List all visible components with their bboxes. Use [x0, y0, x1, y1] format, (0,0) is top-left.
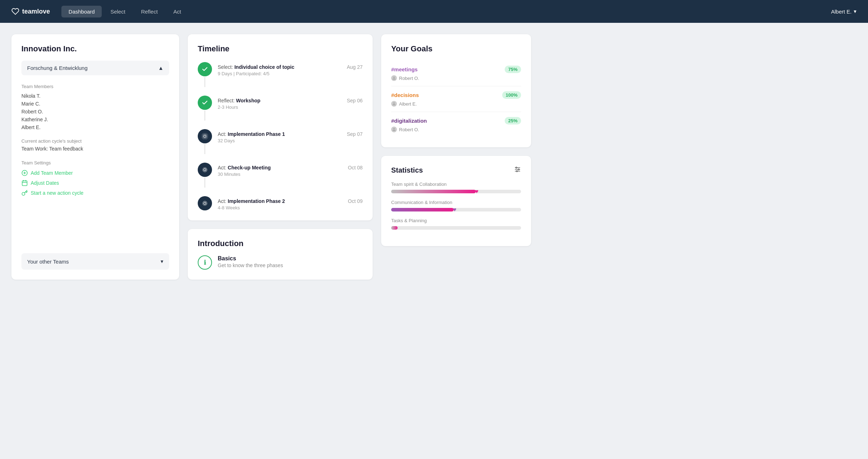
timeline-sub: 9 Days | Participated: 4/5	[218, 71, 363, 76]
filter-icon[interactable]	[514, 166, 521, 174]
heart-marker: ♥	[475, 188, 479, 195]
statistics-card: Statistics Team spirit & Collaboration	[381, 156, 531, 246]
subject-value: Team Work: Team feedback	[21, 146, 169, 152]
timeline-date: Oct 08	[348, 165, 363, 170]
goal-user: Robert O.	[391, 75, 521, 81]
stat-label: Team spirit & Collaboration	[391, 182, 521, 187]
timeline-item: Select: Individual choice of topic Aug 2…	[198, 62, 363, 96]
intro-content: Basics Get to know the three phases	[218, 255, 283, 268]
timeline-icon-pulse	[198, 196, 212, 210]
timeline-line	[205, 178, 205, 188]
goal-item: #decisions 100% Albert E.	[391, 86, 521, 112]
svg-point-10	[204, 169, 206, 171]
nav-dashboard[interactable]: Dashboard	[61, 6, 102, 17]
left-panel: Innovation Inc. Forschung & Entwicklung …	[11, 34, 179, 280]
circle-marker: ○	[394, 207, 397, 213]
members-label: Team Members	[21, 84, 169, 89]
svg-point-7	[204, 135, 206, 137]
subject-label: Current action cycle's subject	[21, 138, 169, 144]
calendar-icon	[21, 180, 28, 186]
chevron-up-icon: ▲	[158, 65, 163, 71]
timeline-sub: 2-3 Hours	[218, 104, 363, 110]
svg-point-8	[203, 134, 207, 138]
timeline-content: Select: Individual choice of topic Aug 2…	[218, 62, 363, 76]
timeline-line	[205, 144, 205, 154]
right-panel: Your Goals #meetings 75% Robert O. #deci…	[381, 34, 531, 280]
goal-badge: 75%	[505, 66, 521, 73]
goal-badge: 100%	[502, 91, 521, 99]
other-teams-dropdown[interactable]: Your other Teams ▾	[21, 253, 169, 270]
svg-rect-3	[22, 181, 27, 186]
main-content: Innovation Inc. Forschung & Entwicklung …	[0, 23, 542, 291]
team-dropdown[interactable]: Forschung & Entwicklung ▲	[21, 61, 169, 75]
timeline-icon-pulse	[198, 129, 212, 143]
info-icon: ℹ	[198, 255, 212, 270]
timeline-label: Act: Check-up Meeting	[218, 165, 271, 170]
goal-tag: #digitalization	[391, 118, 427, 124]
timeline-connector	[198, 129, 212, 154]
stat-bar-fill	[391, 226, 398, 230]
add-circle-icon	[21, 170, 28, 176]
stats-header: Statistics	[391, 166, 521, 174]
timeline-connector	[198, 163, 212, 188]
settings-label: Team Settings	[21, 160, 169, 165]
nav-reflect[interactable]: Reflect	[134, 6, 165, 17]
stat-item: Tasks & Planning	[391, 218, 521, 230]
stat-item: Communication & Information ♥ ○	[391, 200, 521, 211]
timeline-icon-pulse	[198, 163, 212, 177]
timeline-date: Oct 09	[348, 198, 363, 204]
timeline-line	[205, 77, 205, 87]
timeline-date: Aug 27	[347, 64, 363, 70]
stat-bar-track	[391, 226, 521, 230]
timeline-date: Sep 07	[347, 131, 363, 137]
goal-item: #digitalization 25% Robert O.	[391, 112, 521, 137]
goal-item: #meetings 75% Robert O.	[391, 61, 521, 86]
timeline-item: Act: Implementation Phase 1 Sep 07 32 Da…	[198, 129, 363, 163]
svg-point-19	[516, 170, 518, 172]
stat-bar-fill: ♥	[391, 208, 454, 211]
timeline-title: Timeline	[198, 44, 363, 53]
stat-label: Communication & Information	[391, 200, 521, 205]
timeline-item: Act: Check-up Meeting Oct 08 30 Minutes	[198, 163, 363, 196]
intro-item-desc: Get to know the three phases	[218, 262, 283, 268]
introduction-title: Introduction	[198, 239, 363, 248]
app-logo[interactable]: teamlove	[11, 7, 50, 15]
timeline-item: Act: Implementation Phase 2 Oct 09 4-8 W…	[198, 196, 363, 210]
goal-badge: 25%	[505, 117, 521, 124]
new-action-cycle-label: Start a new action cycle	[31, 190, 84, 196]
middle-panel: Timeline Select: Individual	[188, 34, 373, 280]
heart-marker: ♥	[453, 206, 456, 213]
timeline-icon-check	[198, 96, 212, 110]
stat-bar-fill: ♥	[391, 190, 476, 193]
intro-item: ℹ Basics Get to know the three phases	[198, 255, 363, 270]
goal-tag: #meetings	[391, 66, 418, 72]
nav-select[interactable]: Select	[103, 6, 132, 17]
timeline-content: Act: Check-up Meeting Oct 08 30 Minutes	[218, 163, 363, 177]
timeline-icon-check	[198, 62, 212, 76]
introduction-card: Introduction ℹ Basics Get to know the th…	[188, 229, 373, 280]
timeline-content: Act: Implementation Phase 1 Sep 07 32 Da…	[218, 129, 363, 143]
svg-point-11	[203, 168, 207, 172]
goal-tag: #decisions	[391, 92, 419, 98]
user-menu[interactable]: Albert E. ▾	[831, 8, 857, 15]
timeline: Select: Individual choice of topic Aug 2…	[198, 62, 363, 210]
timeline-line	[205, 111, 205, 121]
list-item: Albert E.	[21, 123, 169, 131]
avatar	[391, 101, 397, 107]
adjust-dates-button[interactable]: Adjust Dates	[21, 180, 169, 186]
new-action-cycle-button[interactable]: Start a new action cycle	[21, 190, 169, 196]
goals-card: Your Goals #meetings 75% Robert O. #deci…	[381, 34, 531, 147]
stat-label: Tasks & Planning	[391, 218, 521, 223]
timeline-sub: 32 Days	[218, 138, 363, 143]
goal-user: Robert O.	[391, 127, 521, 132]
add-team-member-button[interactable]: Add Team Member	[21, 170, 169, 176]
timeline-connector	[198, 196, 212, 210]
chevron-down-icon: ▾	[161, 258, 163, 265]
list-item: Nikola T.	[21, 92, 169, 100]
team-dropdown-label: Forschung & Entwicklung	[27, 65, 87, 71]
nav-act[interactable]: Act	[166, 6, 188, 17]
other-teams-label: Your other Teams	[27, 259, 69, 265]
timeline-card: Timeline Select: Individual	[188, 34, 373, 220]
timeline-date: Sep 06	[347, 98, 363, 103]
avatar	[391, 75, 397, 81]
